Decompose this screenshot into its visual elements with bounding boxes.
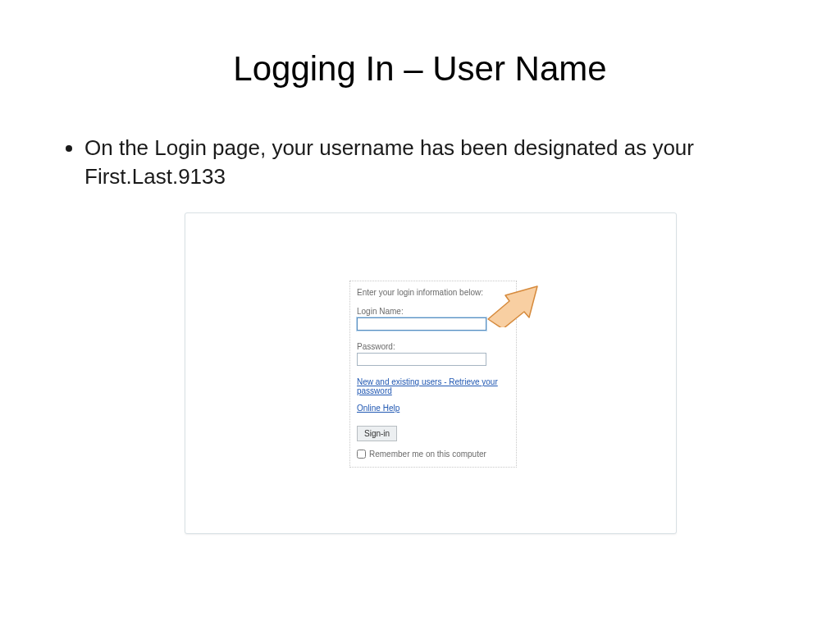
online-help-link[interactable]: Online Help [357, 404, 399, 413]
remember-checkbox[interactable] [357, 450, 366, 459]
password-group: Password: [357, 342, 509, 366]
sign-in-button[interactable]: Sign-in [357, 426, 397, 441]
slide-title: Logging In – User Name [0, 49, 840, 89]
retrieve-password-line: New and existing users - Retrieve your p… [357, 377, 509, 395]
login-name-group: Login Name: [357, 307, 509, 331]
password-label: Password: [357, 342, 509, 351]
login-instruction: Enter your login information below: [357, 288, 509, 297]
password-input[interactable] [357, 353, 486, 366]
login-screenshot-panel: Enter your login information below: Logi… [185, 212, 677, 534]
login-form-box: Enter your login information below: Logi… [349, 281, 517, 468]
online-help-line: Online Help [357, 404, 509, 413]
bullet-list: On the Login page, your username has bee… [62, 134, 791, 191]
remember-row: Remember me on this computer [357, 450, 509, 459]
login-name-label: Login Name: [357, 307, 509, 316]
retrieve-password-link[interactable]: New and existing users - Retrieve your p… [357, 377, 498, 395]
login-name-input[interactable] [357, 317, 486, 331]
bullet-item: On the Login page, your username has bee… [84, 134, 791, 191]
remember-label: Remember me on this computer [369, 450, 486, 459]
